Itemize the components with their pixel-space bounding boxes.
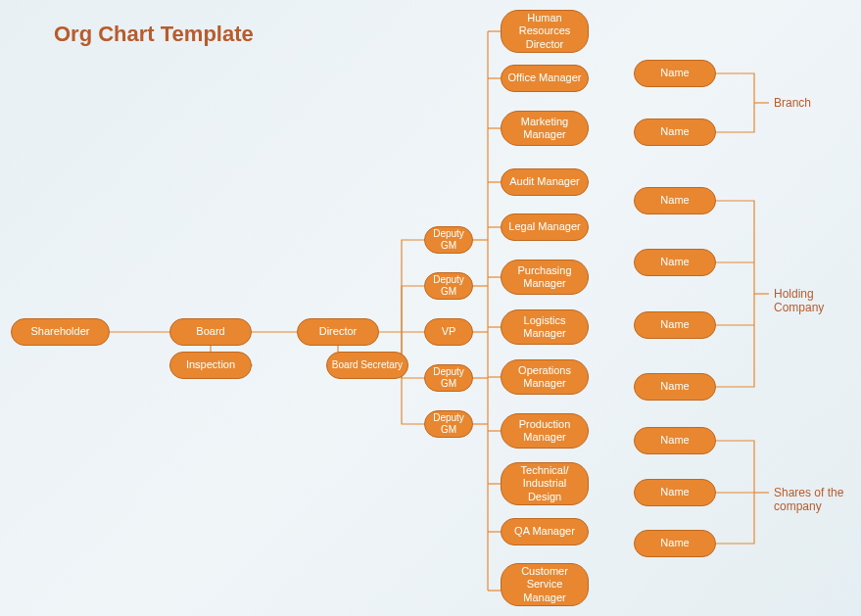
node-label: Audit Manager (509, 175, 580, 188)
node-label: Director (319, 325, 358, 338)
node-label: Name (660, 194, 689, 207)
node-purchasing-manager: Purchasing Manager (501, 260, 589, 295)
node-holding-name-4: Name (634, 373, 716, 401)
node-label: Name (660, 486, 689, 498)
node-hr-director: Human Resources Director (501, 10, 589, 53)
node-label: Name (660, 67, 689, 79)
node-label: Customer Service Manager (505, 565, 584, 604)
node-label: Logistics Manager (505, 314, 584, 340)
label-holding: Holding Company (774, 287, 861, 314)
node-label: Human Resources Director (505, 12, 584, 51)
node-label: Board Secretary (332, 359, 403, 371)
node-label: Deputy GM (429, 274, 468, 298)
node-deputy-gm-2: Deputy GM (424, 272, 473, 300)
node-label: QA Manager (514, 525, 575, 538)
connector-lines (0, 0, 861, 616)
node-customer-service-manager: Customer Service Manager (501, 563, 589, 606)
node-holding-name-1: Name (634, 187, 716, 214)
node-label: Name (660, 318, 689, 331)
node-marketing-manager: Marketing Manager (501, 111, 589, 146)
page-title: Org Chart Template (54, 22, 254, 47)
node-office-manager: Office Manager (501, 65, 589, 92)
node-label: Name (660, 125, 689, 138)
node-label: Name (660, 256, 689, 268)
node-branch-name-2: Name (634, 118, 716, 146)
node-holding-name-2: Name (634, 249, 716, 276)
node-deputy-gm-4: Deputy GM (424, 410, 473, 438)
node-production-manager: Production Manager (501, 413, 589, 449)
node-shares-name-2: Name (634, 479, 716, 506)
node-shareholder: Shareholder (11, 318, 110, 346)
node-technical-design: Technical/ Industrial Design (501, 462, 589, 505)
node-board-secretary: Board Secretary (326, 352, 408, 379)
node-label: Board (196, 325, 224, 338)
node-shares-name-3: Name (634, 530, 716, 557)
node-logistics-manager: Logistics Manager (501, 309, 589, 345)
node-holding-name-3: Name (634, 311, 716, 339)
node-legal-manager: Legal Manager (501, 213, 589, 241)
node-deputy-gm-1: Deputy GM (424, 226, 473, 254)
node-label: Purchasing Manager (505, 264, 584, 290)
node-label: Deputy GM (429, 228, 468, 252)
node-label: Name (660, 537, 689, 549)
node-label: VP (442, 325, 456, 338)
node-label: Name (660, 380, 689, 393)
node-shares-name-1: Name (634, 427, 716, 454)
node-branch-name-1: Name (634, 60, 716, 87)
node-vp: VP (424, 318, 473, 346)
label-shares: Shares of the company (774, 486, 861, 513)
node-label: Operations Manager (505, 364, 584, 390)
node-label: Inspection (186, 358, 235, 371)
node-inspection: Inspection (169, 352, 252, 379)
node-label: Technical/ Industrial Design (505, 464, 584, 503)
node-label: Production Manager (505, 418, 584, 444)
node-board: Board (169, 318, 252, 346)
node-label: Marketing Manager (505, 116, 584, 141)
node-deputy-gm-3: Deputy GM (424, 364, 473, 392)
label-branch: Branch (774, 96, 811, 110)
node-label: Shareholder (31, 325, 90, 338)
node-label: Name (660, 434, 689, 447)
node-label: Office Manager (507, 71, 581, 84)
node-label: Deputy GM (429, 366, 468, 390)
node-operations-manager: Operations Manager (501, 359, 589, 395)
node-director: Director (297, 318, 379, 346)
node-label: Legal Manager (508, 220, 580, 233)
node-label: Deputy GM (429, 412, 468, 436)
node-audit-manager: Audit Manager (501, 168, 589, 196)
node-qa-manager: QA Manager (501, 518, 589, 545)
